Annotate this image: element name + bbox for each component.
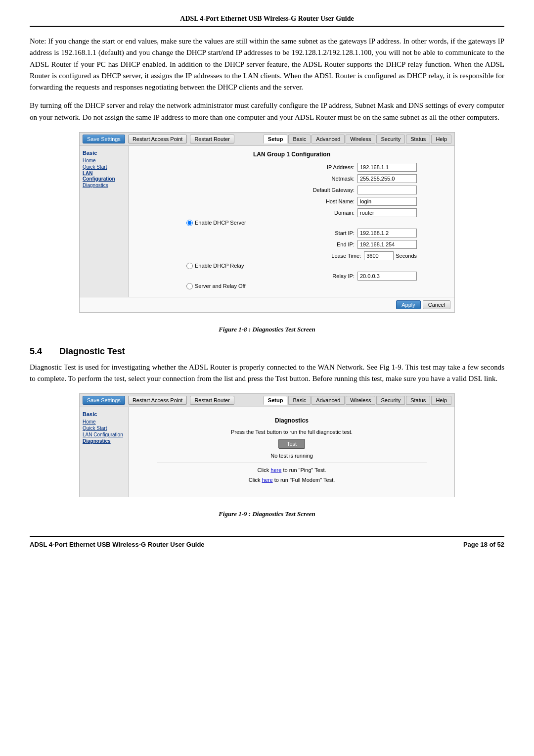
relay-ip-input[interactable]: [357, 272, 417, 281]
relay-ip-row: Relay IP:: [137, 272, 446, 281]
relay-ip-label: Relay IP:: [290, 273, 355, 279]
restart-router-btn-1[interactable]: Restart Router: [190, 135, 234, 143]
sidebar-section-label-2: Basic: [83, 411, 126, 417]
restart-router-btn-2[interactable]: Restart Router: [190, 396, 234, 405]
ip-address-label: IP Address:: [290, 164, 355, 170]
save-settings-btn-2[interactable]: Save Settings: [83, 396, 125, 405]
diagnostics-content: Diagnostics Press the Test button to run…: [137, 412, 446, 492]
tab-wireless-1[interactable]: Wireless: [346, 135, 375, 143]
domain-input[interactable]: [357, 208, 417, 217]
apply-btn-1[interactable]: Apply: [396, 300, 421, 309]
restart-ap-btn-1[interactable]: Restart Access Point: [128, 135, 187, 143]
sidebar-quickstart-2[interactable]: Quick Start: [83, 425, 126, 431]
server-relay-off-radio[interactable]: [186, 283, 193, 289]
full-modem-test-line: Click here to run "Full Modem" Test.: [137, 477, 446, 483]
save-settings-btn-1[interactable]: Save Settings: [83, 135, 125, 143]
section-54-number: 5.4: [30, 346, 42, 356]
figure-1-9-caption: Figure 1-9 : Diagnostics Test Screen: [30, 506, 504, 521]
sidebar-home-2[interactable]: Home: [83, 419, 126, 425]
router-main-1: LAN Group 1 Configuration IP Address: Ne…: [129, 146, 454, 297]
full-modem-test-link[interactable]: here: [262, 477, 273, 483]
tab-wireless-2[interactable]: Wireless: [346, 396, 375, 405]
router-body-2: Basic Home Quick Start LAN Configuration…: [80, 407, 454, 497]
restart-ap-btn-2[interactable]: Restart Access Point: [128, 396, 187, 405]
cancel-btn-1[interactable]: Cancel: [423, 300, 450, 309]
tab-basic-2[interactable]: Basic: [288, 396, 311, 405]
lease-time-input[interactable]: [364, 251, 394, 260]
router-main-2: Diagnostics Press the Test button to run…: [129, 407, 454, 497]
footer-title: ADSL 4-Port Ethernet USB Wireless-G Rout…: [30, 541, 205, 548]
figure-1-8: Save Settings Restart Access Point Resta…: [79, 132, 455, 313]
end-ip-row: End IP:: [137, 240, 446, 249]
host-name-input[interactable]: [357, 197, 417, 206]
start-ip-input[interactable]: [357, 229, 417, 237]
lan-config-title: LAN Group 1 Configuration: [137, 151, 446, 158]
lease-time-label: Lease Time:: [297, 253, 361, 259]
diagnostics-instruction: Press the Test button to run the full di…: [137, 429, 446, 435]
ip-address-input[interactable]: [357, 163, 417, 172]
diagnostics-title: Diagnostics: [137, 417, 446, 424]
tab-setup-1[interactable]: Setup: [264, 135, 288, 143]
ip-address-row: IP Address:: [137, 163, 446, 172]
tab-help-1[interactable]: Help: [431, 135, 451, 143]
enable-dhcp-relay-row: Enable DHCP Relay: [137, 263, 446, 269]
nav-tabs-2: Setup Basic Advanced Wireless Security S…: [264, 396, 451, 405]
sidebar-lan-config-1[interactable]: LAN Configuration: [83, 171, 126, 182]
netmask-input[interactable]: [357, 174, 417, 183]
figure-1-8-caption: Figure 1-8 : Diagnostics Test Screen: [30, 322, 504, 336]
tab-status-2[interactable]: Status: [406, 396, 430, 405]
footer-page: Page 18 of 52: [463, 541, 504, 548]
figure-1-9: Save Settings Restart Access Point Resta…: [79, 393, 455, 497]
paragraph-2: By turning off the DHCP server and relay…: [30, 100, 504, 123]
tab-help-2[interactable]: Help: [431, 396, 451, 405]
domain-row: Domain:: [137, 208, 446, 217]
sidebar-home-1[interactable]: Home: [83, 158, 126, 163]
server-relay-off-row: Server and Relay Off: [137, 283, 446, 289]
tab-setup-2[interactable]: Setup: [264, 396, 288, 405]
server-relay-off-label: Server and Relay Off: [195, 283, 246, 289]
sidebar-diagnostics-1[interactable]: Diagnostics: [83, 183, 126, 188]
sidebar-quickstart-1[interactable]: Quick Start: [83, 164, 126, 170]
host-name-row: Host Name:: [137, 197, 446, 206]
diagnostics-status: No test is running: [137, 453, 446, 459]
host-name-label: Host Name:: [290, 198, 355, 204]
ping-test-line: Click here to run "Ping" Test.: [137, 467, 446, 473]
sidebar-diagnostics-2[interactable]: Diagnostics: [83, 438, 126, 444]
sidebar-lan-config-2[interactable]: LAN Configuration: [83, 432, 126, 437]
section-54-title: Diagnostic Test: [59, 346, 125, 356]
netmask-label: Netmask:: [290, 176, 355, 182]
end-ip-label: End IP:: [290, 241, 355, 247]
dhcp-relay-label: Enable DHCP Relay: [195, 263, 244, 269]
tab-status-1[interactable]: Status: [406, 135, 430, 143]
page-header: ADSL 4-Port Ethernet USB Wireless-G Rout…: [30, 10, 504, 27]
sidebar-section-label-1: Basic: [83, 150, 126, 156]
divider-1: [157, 463, 427, 463]
router-body-1: Basic Home Quick Start LAN Configuration…: [80, 146, 454, 297]
tab-basic-1[interactable]: Basic: [288, 135, 311, 143]
paragraph-1: Note: If you change the start or end val…: [30, 36, 504, 93]
page-footer: ADSL 4-Port Ethernet USB Wireless-G Rout…: [30, 536, 504, 548]
tab-security-2[interactable]: Security: [376, 396, 405, 405]
router-sidebar-1: Basic Home Quick Start LAN Configuration…: [80, 146, 129, 297]
ping-test-link[interactable]: here: [270, 467, 281, 473]
dhcp-relay-radio[interactable]: [186, 263, 193, 269]
nav-tabs-1: Setup Basic Advanced Wireless Security S…: [264, 135, 451, 143]
end-ip-input[interactable]: [357, 240, 417, 249]
dhcp-server-label: Enable DHCP Server: [195, 220, 246, 226]
netmask-row: Netmask:: [137, 174, 446, 183]
router-sidebar-2: Basic Home Quick Start LAN Configuration…: [80, 407, 129, 497]
tab-advanced-2[interactable]: Advanced: [312, 396, 345, 405]
tab-security-1[interactable]: Security: [376, 135, 405, 143]
start-ip-row: Start IP:: [137, 229, 446, 237]
dhcp-server-radio[interactable]: [186, 220, 193, 226]
default-gateway-label: Default Gateway:: [290, 187, 355, 193]
test-btn[interactable]: Test: [278, 439, 305, 449]
tab-advanced-1[interactable]: Advanced: [312, 135, 345, 143]
default-gateway-input[interactable]: [357, 186, 417, 194]
router-footer-1: Apply Cancel: [80, 297, 454, 312]
start-ip-label: Start IP:: [290, 230, 355, 236]
header-title: ADSL 4-Port Ethernet USB Wireless-G Rout…: [180, 15, 354, 22]
default-gateway-row: Default Gateway:: [137, 186, 446, 194]
lease-time-row: Lease Time: Seconds: [137, 251, 446, 260]
router-toolbar-2: Save Settings Restart Access Point Resta…: [80, 394, 454, 407]
